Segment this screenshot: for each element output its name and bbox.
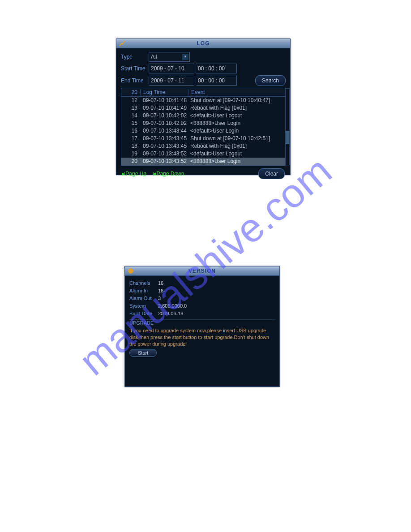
page-up-icon: ▶| bbox=[122, 172, 124, 176]
row-time: 09-07-10 10:42:02 bbox=[140, 120, 188, 127]
row-event: <default>User Login bbox=[188, 127, 285, 135]
upgrade-heading: UPGRADE bbox=[129, 320, 275, 326]
log-dialog: LOG Type All ▼ Start Time 2009 - 07 - 10… bbox=[116, 39, 291, 175]
version-row: Channels16 bbox=[129, 279, 275, 287]
row-index: 16 bbox=[121, 127, 140, 135]
row-time: 09-07-10 10:41:48 bbox=[140, 97, 188, 104]
row-event: Shut down at [09-07-10 10:40:47] bbox=[188, 97, 285, 104]
upgrade-text: If you need to upgrade system now,please… bbox=[129, 327, 275, 348]
clear-button[interactable]: Clear bbox=[258, 168, 285, 179]
log-title: LOG bbox=[116, 40, 290, 47]
type-label: Type bbox=[121, 54, 149, 60]
version-label: Build Date bbox=[129, 310, 158, 317]
row-event: Reboot with Flag [0x01] bbox=[188, 104, 285, 112]
page-down-icon: |◀ bbox=[153, 172, 155, 176]
row-event: <default>User Logout bbox=[188, 150, 285, 158]
row-time: 09-07-10 13:43:44 bbox=[140, 127, 188, 135]
start-time-label: Start Time bbox=[121, 65, 149, 72]
version-label: System bbox=[129, 302, 158, 310]
table-row[interactable]: 1909-07-10 13:43:52<default>User Logout bbox=[121, 150, 285, 158]
table-row[interactable]: 1409-07-10 10:42:02<default>User Logout bbox=[121, 112, 285, 120]
row-time: 09-07-10 13:43:45 bbox=[140, 142, 188, 150]
row-time: 09-07-10 13:43:45 bbox=[140, 135, 188, 142]
start-date-input[interactable]: 2009 - 07 - 10 bbox=[149, 64, 194, 73]
row-time: 09-07-10 13:43:52 bbox=[140, 158, 188, 165]
log-table: 20 Log Time Event 1209-07-10 10:41:48Shu… bbox=[121, 88, 286, 166]
row-time: 09-07-10 10:41:49 bbox=[140, 104, 188, 112]
end-date-input[interactable]: 2009 - 07 - 11 bbox=[149, 76, 194, 86]
table-row[interactable]: 1209-07-10 10:41:48Shut down at [09-07-1… bbox=[121, 97, 285, 104]
row-index: 20 bbox=[121, 158, 140, 165]
start-button[interactable]: Start bbox=[129, 349, 157, 357]
col-logtime: Log Time bbox=[140, 89, 188, 95]
row-index: 13 bbox=[121, 104, 140, 112]
row-time: 09-07-10 10:42:02 bbox=[140, 112, 188, 120]
row-index: 15 bbox=[121, 120, 140, 127]
row-event: <888888>User Login bbox=[188, 158, 285, 165]
log-count: 20 bbox=[121, 89, 140, 95]
table-row[interactable]: 1609-07-10 13:43:44<default>User Login bbox=[121, 127, 285, 135]
log-titlebar: LOG bbox=[116, 39, 290, 48]
version-row: Build Date2009-06-18 bbox=[129, 310, 275, 317]
version-dialog: VERSION Channels16Alarm In16Alarm Out3Sy… bbox=[124, 266, 280, 387]
page-down-button[interactable]: |◀ Page Down bbox=[153, 171, 184, 177]
version-titlebar: VERSION bbox=[125, 266, 279, 276]
row-index: 17 bbox=[121, 135, 140, 142]
version-label: Channels bbox=[129, 279, 158, 287]
row-index: 14 bbox=[121, 112, 140, 120]
table-row[interactable]: 1309-07-10 10:41:49Reboot with Flag [0x0… bbox=[121, 104, 285, 112]
page-up-button[interactable]: ▶| Page Up bbox=[122, 171, 146, 177]
table-row[interactable]: 2009-07-10 13:43:52<888888>User Login bbox=[121, 158, 285, 165]
col-event: Event bbox=[188, 89, 285, 95]
scrollbar[interactable] bbox=[285, 88, 290, 165]
table-row[interactable]: 1809-07-10 13:43:45Reboot with Flag [0x0… bbox=[121, 142, 285, 150]
version-row: Alarm In16 bbox=[129, 287, 275, 295]
version-title: VERSION bbox=[125, 268, 279, 274]
end-time-label: End Time bbox=[121, 77, 149, 84]
version-value: 2.606.0000.0 bbox=[158, 302, 187, 310]
version-value: 16 bbox=[158, 287, 163, 295]
row-index: 19 bbox=[121, 150, 140, 158]
row-event: Shut down at [09-07-10 10:42:51] bbox=[188, 135, 285, 142]
version-label: Alarm Out bbox=[129, 295, 158, 302]
version-value: 16 bbox=[158, 279, 163, 287]
version-value: 2009-06-18 bbox=[158, 310, 183, 317]
row-event: Reboot with Flag [0x01] bbox=[188, 142, 285, 150]
version-row: Alarm Out3 bbox=[129, 295, 275, 302]
search-button[interactable]: Search bbox=[255, 75, 286, 86]
table-row[interactable]: 1509-07-10 10:42:02<888888>User Login bbox=[121, 120, 285, 127]
row-index: 12 bbox=[121, 97, 140, 104]
row-index: 18 bbox=[121, 142, 140, 150]
row-event: <888888>User Login bbox=[188, 120, 285, 127]
table-row[interactable]: 1709-07-10 13:43:45Shut down at [09-07-1… bbox=[121, 135, 285, 142]
version-row: System2.606.0000.0 bbox=[129, 302, 275, 310]
row-time: 09-07-10 13:43:52 bbox=[140, 150, 188, 158]
version-label: Alarm In bbox=[129, 287, 158, 295]
dropdown-arrow-icon: ▼ bbox=[182, 54, 188, 60]
start-time-input[interactable]: 00 : 00 : 00 bbox=[196, 64, 237, 73]
page-down-label: Page Down bbox=[156, 171, 184, 177]
page-up-label: Page Up bbox=[125, 171, 146, 177]
version-value: 3 bbox=[158, 295, 161, 302]
type-value: All bbox=[151, 53, 157, 60]
scrollbar-thumb[interactable] bbox=[286, 131, 289, 144]
row-event: <default>User Logout bbox=[188, 112, 285, 120]
type-select[interactable]: All ▼ bbox=[149, 52, 190, 62]
end-time-input[interactable]: 00 : 00 : 00 bbox=[196, 76, 237, 86]
